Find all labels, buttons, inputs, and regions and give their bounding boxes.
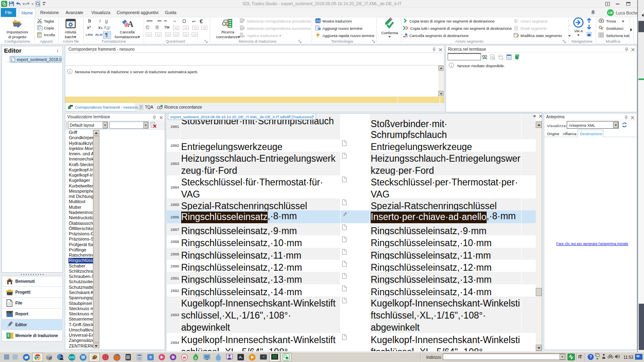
svg-text:A: A — [128, 20, 133, 29]
svg-text:Az: Az — [316, 19, 320, 23]
svg-text:〈〉: 〈〉 — [12, 59, 13, 61]
